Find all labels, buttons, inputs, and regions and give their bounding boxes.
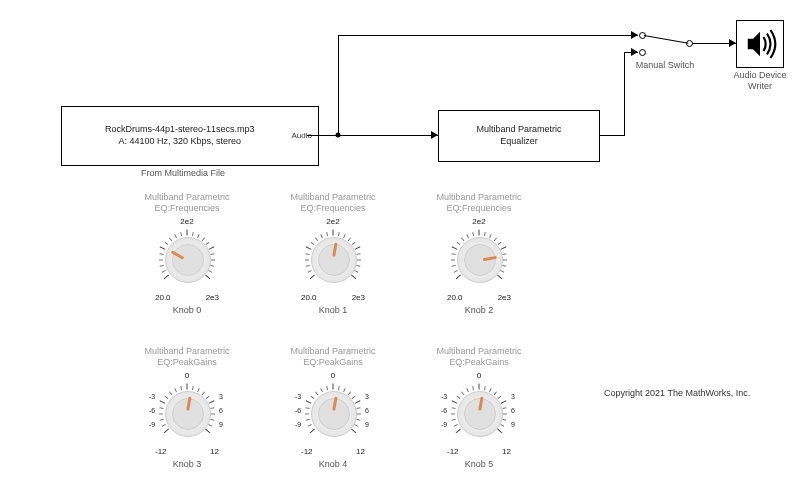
knob-scale-top: 2e2 [273, 217, 393, 226]
knob-knob-0[interactable]: Multiband ParametricEQ:Frequencies2e220.… [127, 192, 247, 315]
knob-param-title: Multiband ParametricEQ:Frequencies [419, 192, 539, 214]
knob-scale-top: 2e2 [127, 217, 247, 226]
knob-scale-min: 20.0 [447, 293, 463, 302]
knob-param-title: Multiband ParametricEQ:PeakGains [127, 346, 247, 368]
knob-param-title: Multiband ParametricEQ:PeakGains [419, 346, 539, 368]
knob-knob-2[interactable]: Multiband ParametricEQ:Frequencies2e220.… [419, 192, 539, 315]
wire [307, 135, 438, 136]
knob-dial[interactable] [447, 227, 511, 291]
knob-param-title: Multiband ParametricEQ:PeakGains [273, 346, 393, 368]
knob-knob-5[interactable]: Multiband ParametricEQ:PeakGains0-3-6-93… [419, 346, 539, 469]
knob-scale-min: 20.0 [301, 293, 317, 302]
knob-scale-top: 0 [273, 371, 393, 380]
wire [338, 35, 638, 36]
knob-scale-max: 12 [502, 447, 511, 456]
knob-scale-top: 0 [127, 371, 247, 380]
knob-scale-max: 12 [210, 447, 219, 456]
knob-label: Knob 4 [273, 459, 393, 469]
knob-label: Knob 0 [127, 305, 247, 315]
knob-dial[interactable]: -3-6-9369 [155, 381, 219, 445]
knob-label: Knob 2 [419, 305, 539, 315]
source-file-name: RockDrums-44p1-stereo-11secs.mp3 [68, 124, 292, 136]
knob-scale-max: 2e3 [352, 293, 365, 302]
knob-knob-1[interactable]: Multiband ParametricEQ:Frequencies2e220.… [273, 192, 393, 315]
arrowhead-icon [631, 31, 638, 39]
knob-scale-max: 12 [356, 447, 365, 456]
knob-dial[interactable] [155, 227, 219, 291]
from-multimedia-file-block[interactable]: RockDrums-44p1-stereo-11secs.mp3 A: 4410… [61, 106, 319, 166]
audio-device-writer-caption: Audio Device Writer [720, 70, 800, 92]
wire [338, 35, 339, 135]
knob-scale-min: -12 [301, 447, 313, 456]
knob-label: Knob 1 [273, 305, 393, 315]
knob-scale-max: 2e3 [498, 293, 511, 302]
knob-scale-min: -12 [447, 447, 459, 456]
source-file-info: A: 44100 Hz, 320 Kbps, stereo [68, 136, 292, 148]
knob-knob-3[interactable]: Multiband ParametricEQ:PeakGains0-3-6-93… [127, 346, 247, 469]
knob-dial[interactable]: -3-6-9369 [447, 381, 511, 445]
knob-scale-top: 2e2 [419, 217, 539, 226]
audio-device-writer-block[interactable] [736, 20, 784, 68]
knob-label: Knob 3 [127, 459, 247, 469]
knob-knob-4[interactable]: Multiband ParametricEQ:PeakGains0-3-6-93… [273, 346, 393, 469]
knob-label: Knob 5 [419, 459, 539, 469]
knob-dial[interactable] [301, 227, 365, 291]
wire [600, 135, 624, 136]
arrowhead-icon [729, 39, 736, 47]
knob-param-title: Multiband ParametricEQ:Frequencies [273, 192, 393, 214]
switch-input-bottom [639, 49, 646, 56]
eq-title-line2: Equalizer [500, 136, 538, 148]
from-multimedia-file-caption: From Multimedia File [61, 168, 305, 178]
knob-param-title: Multiband ParametricEQ:Frequencies [127, 192, 247, 214]
copyright-text: Copyright 2021 The MathWorks, Inc. [604, 388, 750, 398]
speaker-icon [739, 23, 781, 65]
knob-dial[interactable]: -3-6-9369 [301, 381, 365, 445]
knob-scale-top: 0 [419, 371, 539, 380]
knob-scale-min: -12 [155, 447, 167, 456]
manual-switch-caption: Manual Switch [615, 60, 715, 70]
knob-scale-min: 20.0 [155, 293, 171, 302]
manual-switch-lever[interactable] [644, 35, 688, 44]
arrowhead-icon [631, 48, 638, 56]
knob-scale-max: 2e3 [206, 293, 219, 302]
arrowhead-icon [431, 131, 438, 139]
eq-title-line1: Multiband Parametric [476, 124, 561, 136]
multiband-parametric-eq-block[interactable]: Multiband Parametric Equalizer [438, 110, 600, 162]
